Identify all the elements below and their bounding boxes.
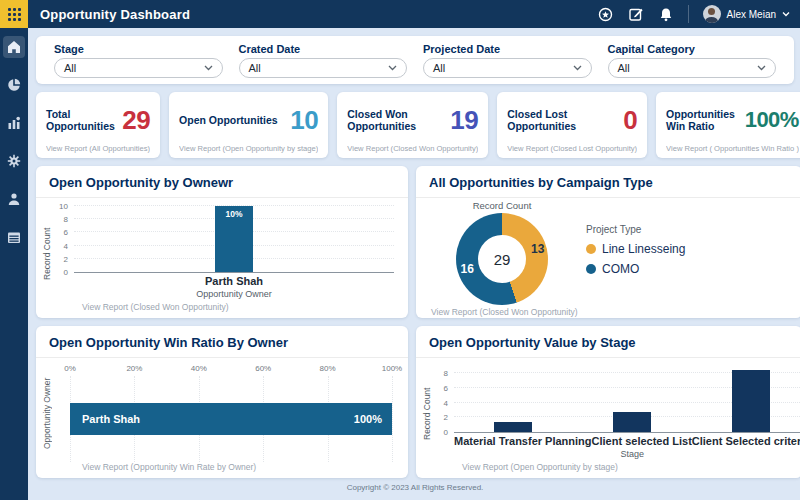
y-tick-label: 2 [444, 413, 448, 422]
panel-opportunity-value-by-stage: Open Opportunity Value by Stage Record C… [416, 326, 800, 478]
panel-title: Open Opportunity Win Ratio By Owner [49, 335, 288, 350]
y-tick-label: 8 [444, 369, 448, 378]
panel-header: Open Opportunity Win Ratio By Owner [36, 326, 408, 358]
sidebar-item-settings[interactable] [3, 150, 25, 172]
view-report-link[interactable]: View Report (Closed Won Opportunity) [347, 141, 478, 153]
bar-client-selected-criteria[interactable] [732, 370, 770, 432]
chevron-down-icon [573, 65, 582, 71]
kpi-value: 19 [450, 105, 478, 136]
y-axis-label: Record Count [42, 206, 54, 302]
user-icon [7, 192, 21, 206]
plot-area: 02468 [454, 366, 800, 433]
kpi-label: Closed Lost Opportunities [507, 108, 619, 132]
sidebar-item-home[interactable] [3, 36, 25, 58]
view-report-link[interactable]: View Report (Closed Won Opportunity) [416, 307, 800, 318]
bar-value-label: 10% [215, 209, 253, 219]
projected-date-filter-select[interactable]: All [423, 58, 592, 78]
view-report-link[interactable]: View Report (Open Opportunity by stage) [416, 462, 800, 478]
bar-parth-shah[interactable]: Parth Shah100% [70, 403, 392, 435]
view-report-link[interactable]: View Report (All Opportunities) [46, 141, 150, 153]
sidebar-item-analytics[interactable] [3, 112, 25, 134]
panel-title: All Opportunities by Campaign Type [429, 175, 653, 190]
kpi-value: 10 [290, 105, 318, 136]
view-report-link[interactable]: View Report (Closed Won Opportunity) [36, 302, 408, 318]
capital-category-filter-select[interactable]: All [608, 58, 777, 78]
donut-chart[interactable]: 13 16 29 [456, 213, 548, 305]
donut-center-total: 29 [478, 235, 526, 283]
filter-label: Capital Category [608, 43, 777, 55]
main-content: Stage All Crated Date All Projected Date… [28, 28, 800, 500]
legend-item-como[interactable]: COMO [586, 262, 685, 276]
kpi-label: Opportunities Win Ratio [666, 108, 741, 132]
sidebar-item-calendar[interactable] [3, 226, 25, 248]
y-tick-label: 6 [444, 384, 448, 393]
segment-value-label: 13 [531, 242, 544, 256]
kpi-label: Total Opportunities [46, 108, 118, 132]
bar-material-transfer-planning[interactable] [494, 422, 532, 432]
bar-value-label: 100% [354, 413, 382, 425]
left-sidebar [0, 28, 28, 500]
category-label: Material Transfer Planning [454, 435, 592, 447]
legend-title: Project Type [586, 224, 685, 235]
sidebar-item-users[interactable] [3, 188, 25, 210]
y-tick-label: 4 [444, 398, 448, 407]
user-menu[interactable]: Alex Meian [703, 5, 790, 23]
panel-header: Open Opportunity by Ownewr [36, 166, 408, 198]
top-header: Opportunity Dashboard Alex Meian [0, 0, 800, 28]
filter-label: Projected Date [423, 43, 592, 55]
view-report-link[interactable]: View Report (Opportunity Win Rate by Own… [36, 462, 408, 478]
avatar [703, 5, 721, 23]
stage-filter-select[interactable]: All [54, 58, 223, 78]
y-axis-label: Record Count [422, 366, 434, 462]
filter-projected-date: Projected Date All [423, 43, 592, 78]
y-tick-label: 0 [64, 268, 68, 277]
header-divider [688, 5, 689, 23]
compose-icon[interactable] [628, 6, 644, 22]
x-tick-label: 20% [126, 364, 142, 373]
help-icon[interactable] [598, 6, 614, 22]
panel-title: Open Opportunity by Ownewr [49, 175, 233, 190]
created-date-filter-select[interactable]: All [239, 58, 408, 78]
category-label: Parth Shah [74, 275, 394, 287]
kpi-row: Total Opportunities29 View Report (All O… [36, 92, 794, 158]
panel-win-ratio-by-owner: Open Opportunity Win Ratio By Owner Oppo… [36, 326, 408, 478]
selected-value: All [64, 62, 76, 74]
sidebar-item-reports[interactable] [3, 74, 25, 96]
x-tick-label: 40% [191, 364, 207, 373]
panel-opportunities-by-campaign-type: All Opportunities by Campaign Type Recor… [416, 166, 800, 318]
y-tick-label: 6 [64, 228, 68, 237]
app-launcher-icon[interactable] [0, 0, 28, 28]
notifications-icon[interactable] [658, 6, 674, 22]
chevron-down-icon [204, 65, 213, 71]
bar-parth-shah[interactable]: 10% [215, 206, 253, 272]
x-axis-categories: Parth Shah [74, 275, 394, 287]
legend-item-line-linesseing[interactable]: Line Linesseing [586, 242, 685, 256]
kpi-closed-won-opportunities: Closed Won Opportunities19 View Report (… [337, 92, 488, 158]
kpi-value: 29 [122, 105, 150, 136]
x-axis-label: Opportunity Owner [74, 289, 394, 299]
panel-open-opportunity-by-owner: Open Opportunity by Ownewr Record Count … [36, 166, 408, 318]
category-label: Client Selected criteria [692, 435, 800, 447]
kpi-label: Open Opportunities [179, 114, 278, 126]
bar-chart-icon [7, 116, 21, 130]
page-title: Opportunity Dashboard [40, 7, 190, 22]
selected-value: All [249, 62, 261, 74]
panel-title: Open Opportunity Value by Stage [429, 335, 636, 350]
kpi-open-opportunities: Open Opportunities10 View Report (Open O… [169, 92, 328, 158]
legend-dot-icon [586, 264, 596, 274]
view-report-link[interactable]: View Report (Open Opportunity by stage) [179, 141, 318, 153]
panel-header: All Opportunities by Campaign Type [416, 166, 800, 198]
x-axis-ticks: 0%20%40%60%80%100% [70, 364, 392, 376]
filter-capital-category: Capital Category All [608, 43, 777, 78]
view-report-link[interactable]: View Report (Closed Lost Opportunity) [507, 141, 637, 153]
kpi-value: 100% [745, 107, 799, 133]
copyright-text: Copyright © 2023 All Rights Reserved. [36, 483, 794, 492]
x-tick-label: 60% [255, 364, 271, 373]
home-icon [7, 40, 21, 54]
bar-client-selected-list[interactable] [613, 412, 651, 432]
filter-bar: Stage All Crated Date All Projected Date… [36, 36, 794, 84]
selected-value: All [433, 62, 445, 74]
chart-value-by-stage: Record Count 02468 Material Transfer Pla… [416, 358, 800, 462]
user-name: Alex Meian [727, 9, 776, 20]
view-report-link[interactable]: View Report ( Opportunities Win Ratio ) [666, 141, 799, 153]
